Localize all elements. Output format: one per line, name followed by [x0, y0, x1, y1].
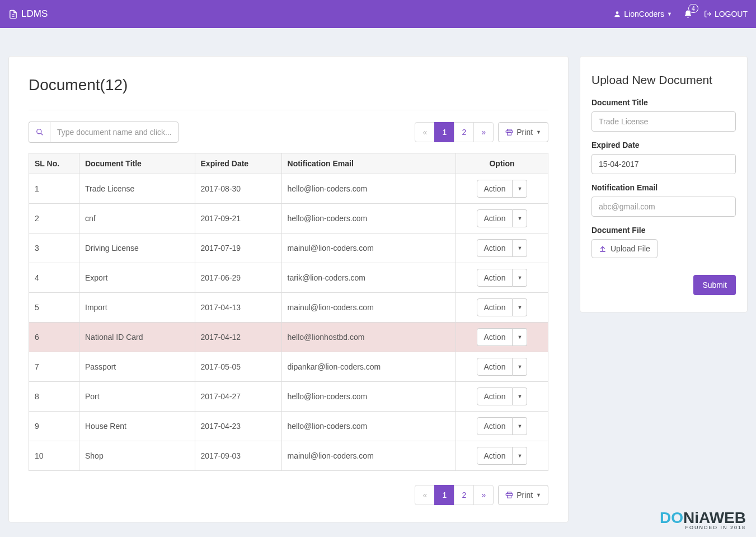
navbar-right: LionCoders ▼ 4 LOGOUT: [613, 10, 748, 19]
action-button[interactable]: Action: [477, 387, 513, 405]
action-button[interactable]: Action: [477, 180, 513, 198]
email-input[interactable]: [591, 197, 736, 217]
cell-title: House Rent: [79, 412, 195, 441]
caret-down-icon: ▼: [667, 11, 672, 17]
page-next[interactable]: »: [473, 485, 494, 505]
print-button-bottom[interactable]: Print ▼: [498, 485, 548, 505]
table-row: 8Port2017-04-27hello@lion-coders.comActi…: [29, 382, 548, 412]
table-row: 5Import2017-04-13mainul@lion-coders.comA…: [29, 293, 548, 323]
table-row: 2cnf2017-09-21hello@lion-coders.comActio…: [29, 204, 548, 234]
document-icon: [8, 10, 18, 19]
search-icon: [36, 128, 44, 136]
page-2[interactable]: 2: [454, 485, 474, 505]
cell-sl: 9: [29, 412, 79, 441]
action-dropdown-toggle[interactable]: ▼: [513, 209, 527, 227]
cell-title: Driving License: [79, 234, 195, 263]
brand[interactable]: LDMS: [8, 8, 48, 20]
search-button[interactable]: [29, 122, 50, 143]
logout-button[interactable]: LOGOUT: [704, 10, 748, 18]
page-next[interactable]: »: [473, 122, 494, 142]
cell-title: Passport: [79, 352, 195, 382]
cell-sl: 10: [29, 441, 79, 471]
page-prev[interactable]: «: [415, 485, 435, 505]
svg-rect-9: [508, 496, 511, 498]
action-button[interactable]: Action: [477, 358, 513, 376]
print-icon: [505, 128, 513, 136]
action-button[interactable]: Action: [477, 417, 513, 435]
cell-title: cnf: [79, 204, 195, 234]
cell-email: mainul@lion-coders.com: [281, 234, 456, 263]
page-title: Document(12): [29, 76, 548, 94]
action-dropdown-toggle[interactable]: ▼: [513, 298, 527, 316]
page-prev[interactable]: «: [415, 122, 435, 142]
action-dropdown-toggle[interactable]: ▼: [513, 239, 527, 257]
cell-sl: 1: [29, 174, 79, 204]
action-dropdown-toggle[interactable]: ▼: [513, 180, 527, 198]
pagination-top: « 1 2 »: [415, 122, 494, 142]
user-icon: [613, 10, 621, 18]
right-controls-top: « 1 2 » Print ▼: [415, 122, 548, 142]
page-1[interactable]: 1: [434, 485, 454, 505]
cell-email: tarik@lion-coders.com: [281, 263, 456, 293]
action-button[interactable]: Action: [477, 209, 513, 227]
user-menu[interactable]: LionCoders ▼: [613, 10, 672, 18]
action-button[interactable]: Action: [477, 298, 513, 316]
cell-expired: 2017-04-12: [195, 323, 281, 352]
documents-panel: Document(12) « 1 2 » Print ▼: [8, 56, 569, 522]
pagination-bottom: « 1 2 »: [415, 485, 494, 505]
cell-email: hello@lionhostbd.com: [281, 323, 456, 352]
col-email: Notification Email: [281, 153, 456, 174]
print-icon: [505, 491, 513, 499]
action-dropdown-toggle[interactable]: ▼: [513, 447, 527, 465]
cell-email: dipankar@lion-coders.com: [281, 352, 456, 382]
col-expired: Expired Date: [195, 153, 281, 174]
expired-label: Expired Date: [591, 141, 736, 150]
doc-title-input[interactable]: [591, 111, 736, 132]
action-button[interactable]: Action: [477, 328, 513, 346]
page-2[interactable]: 2: [454, 122, 474, 142]
action-dropdown-toggle[interactable]: ▼: [513, 269, 527, 287]
svg-line-5: [40, 133, 43, 136]
cell-email: hello@lion-coders.com: [281, 382, 456, 412]
upload-file-button[interactable]: Upload File: [591, 239, 658, 258]
cell-option: Action▼: [456, 204, 548, 234]
cell-email: hello@lion-coders.com: [281, 204, 456, 234]
documents-table: SL No. Document Title Expired Date Notif…: [29, 153, 548, 471]
table-row: 1Trade License2017-08-30hello@lion-coder…: [29, 174, 548, 204]
print-button-top[interactable]: Print ▼: [498, 122, 548, 142]
action-button[interactable]: Action: [477, 447, 513, 465]
cell-expired: 2017-06-29: [195, 263, 281, 293]
print-label: Print: [516, 128, 533, 137]
cell-option: Action▼: [456, 293, 548, 323]
user-name: LionCoders: [624, 10, 664, 18]
cell-expired: 2017-04-13: [195, 293, 281, 323]
action-dropdown-toggle[interactable]: ▼: [513, 387, 527, 405]
search-input[interactable]: [50, 122, 179, 143]
action-dropdown-toggle[interactable]: ▼: [513, 417, 527, 435]
cell-title: Port: [79, 382, 195, 412]
file-label: Document File: [591, 226, 736, 235]
toolbar-top: « 1 2 » Print ▼: [29, 122, 548, 143]
cell-option: Action▼: [456, 441, 548, 471]
action-dropdown-toggle[interactable]: ▼: [513, 328, 527, 346]
cell-sl: 6: [29, 323, 79, 352]
upload-file-label: Upload File: [611, 244, 650, 253]
action-dropdown-toggle[interactable]: ▼: [513, 358, 527, 376]
cell-expired: 2017-04-27: [195, 382, 281, 412]
cell-sl: 7: [29, 352, 79, 382]
action-button[interactable]: Action: [477, 239, 513, 257]
action-button[interactable]: Action: [477, 269, 513, 287]
cell-option: Action▼: [456, 174, 548, 204]
cell-email: mainul@lion-coders.com: [281, 293, 456, 323]
page-1[interactable]: 1: [434, 122, 454, 142]
col-sl: SL No.: [29, 153, 79, 174]
cell-sl: 3: [29, 234, 79, 263]
expired-input[interactable]: [591, 154, 736, 174]
submit-button[interactable]: Submit: [693, 275, 736, 295]
cell-option: Action▼: [456, 234, 548, 263]
cell-expired: 2017-05-05: [195, 352, 281, 382]
notifications-button[interactable]: 4: [683, 10, 693, 19]
divider: [29, 110, 548, 110]
col-title: Document Title: [79, 153, 195, 174]
caret-down-icon: ▼: [536, 129, 541, 135]
